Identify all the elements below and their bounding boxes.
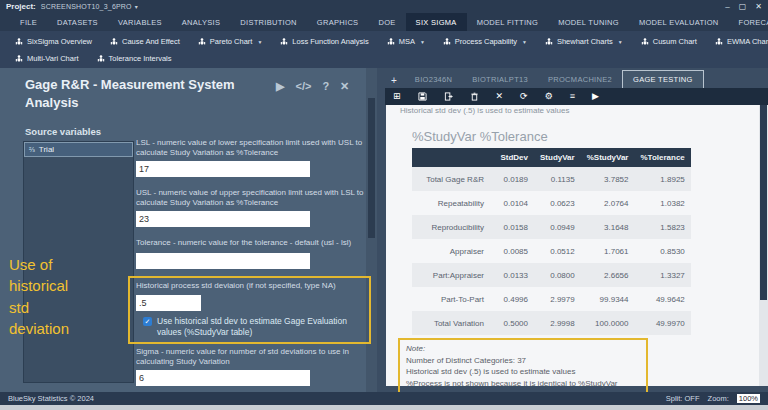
ribbon-item-cusum-chart[interactable]: Cusum Chart xyxy=(632,37,706,46)
menu-item-doe[interactable]: DOE xyxy=(368,13,405,31)
output-tab-bio2346n[interactable]: BIO2346N xyxy=(405,71,462,88)
dialog-scrollbar-thumb[interactable] xyxy=(368,98,375,238)
menu-item-model-fitting[interactable]: MODEL FITTING xyxy=(467,13,549,31)
ribbon-item-pareto-chart[interactable]: Pareto Chart▼ xyxy=(189,37,271,46)
new-output-icon[interactable]: ⊞ xyxy=(393,92,401,101)
row-value: 2.6656 xyxy=(581,263,635,287)
ribbon-item-msa[interactable]: MSA▼ xyxy=(378,37,434,46)
row-value: 1.8925 xyxy=(634,167,690,191)
menu-item-variables[interactable]: VARIABLES xyxy=(108,13,172,31)
menu-item-model-tuning[interactable]: MODEL TUNING xyxy=(548,13,629,31)
menu-item-graphics[interactable]: GRAPHICS xyxy=(307,13,369,31)
save-icon[interactable] xyxy=(418,92,427,101)
tolerance-label: Tolerance - numeric value for the tolera… xyxy=(136,238,366,248)
run-icon[interactable]: ▶ xyxy=(276,80,284,93)
ribbon-item-cause-and-effect[interactable]: Cause And Effect xyxy=(101,37,189,46)
project-name[interactable]: SCREENSHOT10_3_6PRO xyxy=(41,3,132,10)
row-value: 49.9642 xyxy=(634,287,690,311)
project-dropdown-caret[interactable]: ▾ xyxy=(135,3,138,10)
list-icon[interactable]: ≡ xyxy=(570,92,575,101)
ribbon-item-tolerance-intervals[interactable]: Tolerance Intervals xyxy=(88,54,181,63)
row-value: 1.5823 xyxy=(634,215,690,239)
zoom-label: Zoom: xyxy=(708,394,729,403)
variable-name: Trial xyxy=(39,145,54,154)
ribbon-item-label: Shewhart Charts xyxy=(557,37,613,46)
row-label: Reproducibility xyxy=(412,215,490,239)
table-column-header: %StudyVar xyxy=(581,148,635,167)
table-row: Part-To-Part0.49962.997999.934449.9642 xyxy=(412,287,691,311)
help-icon[interactable]: ? xyxy=(322,80,329,93)
dialog-header-icons: ▶ </> ? ✕ xyxy=(276,80,349,93)
table-row: Part:Appraiser0.01330.08002.66561.3327 xyxy=(412,263,691,287)
usl-input[interactable] xyxy=(136,211,310,227)
sigma-input[interactable] xyxy=(136,370,310,386)
new-tab-icon[interactable]: + xyxy=(385,75,405,88)
ribbon-item-label: MSA xyxy=(399,37,415,46)
ribbon-item-shewhart-charts[interactable]: Shewhart Charts▼ xyxy=(536,37,632,46)
run-icon[interactable]: ▶ xyxy=(592,92,599,101)
historical-std-dev-input[interactable] xyxy=(136,295,201,311)
row-value: 0.0512 xyxy=(534,239,581,263)
note-title: Note: xyxy=(406,343,640,355)
statusbar-right: Split: OFF Zoom: 100% xyxy=(666,394,760,403)
delete-icon[interactable] xyxy=(470,92,479,101)
output-tab-biotrialpt13[interactable]: BIOTRIALPT13 xyxy=(462,71,538,88)
menu-item-datasets[interactable]: DATASETS xyxy=(47,13,108,31)
zoom-value[interactable]: 100% xyxy=(737,394,760,403)
menu-item-model-evaluation[interactable]: MODEL EVALUATION xyxy=(629,13,729,31)
export-icon[interactable] xyxy=(444,92,453,101)
split-status[interactable]: Split: OFF xyxy=(666,394,700,403)
menu-item-analysis[interactable]: ANALYSIS xyxy=(172,13,231,31)
menu-item-six-sigma[interactable]: SIX SIGMA xyxy=(406,13,467,31)
page-bottom-edge xyxy=(0,405,768,410)
use-historical-checkbox-label: Use historical std dev to estimate Gage … xyxy=(157,316,363,338)
code-icon[interactable]: </> xyxy=(295,80,311,93)
note-box: Note: Number of Distinct Categories: 37H… xyxy=(398,338,648,394)
row-value: 0.0949 xyxy=(534,215,581,239)
settings-icon[interactable]: ⚙ xyxy=(545,92,553,101)
close-icon[interactable]: ✕ xyxy=(755,2,762,11)
ribbon-item-label: EWMA Chart xyxy=(727,37,768,46)
output-scrollbar-thumb[interactable] xyxy=(760,105,767,300)
six-sigma-ribbon: SixSigma OverviewCause And EffectPareto … xyxy=(0,31,768,68)
usl-label: USL - numeric value of upper specificati… xyxy=(136,188,366,209)
close-dialog-icon[interactable]: ✕ xyxy=(340,80,349,93)
project-label: Project: xyxy=(6,2,36,11)
ribbon-item-ewma-chart[interactable]: EWMA Chart xyxy=(706,37,768,46)
ribbon-item-process-capability[interactable]: Process Capability▼ xyxy=(434,37,536,46)
chart-tool-icon xyxy=(641,38,649,46)
ribbon-item-multi-vari-chart[interactable]: Multi-Vari Chart xyxy=(6,54,88,63)
output-tab-procmachine2[interactable]: PROCMACHINE2 xyxy=(538,71,622,88)
row-value: 0.0623 xyxy=(534,191,581,215)
table-row: Repeatability0.01040.06232.07641.0382 xyxy=(412,191,691,215)
window-controls: – ▢ ✕ xyxy=(725,2,762,11)
ribbon-item-label: Tolerance Intervals xyxy=(109,54,172,63)
output-scrollbar[interactable] xyxy=(759,105,768,386)
row-label: Appraiser xyxy=(412,239,490,263)
chart-tool-icon xyxy=(545,38,553,46)
variable-item-trial[interactable]: ⅔ Trial xyxy=(24,142,133,157)
minimize-icon[interactable]: – xyxy=(725,2,729,11)
chart-tool-icon xyxy=(97,55,105,63)
source-variables-label: Source variables xyxy=(25,126,101,137)
output-tab-gage-testing[interactable]: GAGE TESTING xyxy=(622,70,704,88)
checkbox-checked-icon[interactable]: ✓ xyxy=(143,317,152,326)
close-icon[interactable]: ✕ xyxy=(496,92,504,101)
refresh-icon[interactable]: ⟳ xyxy=(520,92,528,101)
row-value: 2.0764 xyxy=(581,191,635,215)
ribbon-item-label: Cusum Chart xyxy=(653,37,697,46)
menu-item-file[interactable]: FILE xyxy=(10,13,47,31)
use-historical-checkbox-row[interactable]: ✓ Use historical std dev to estimate Gag… xyxy=(143,316,363,338)
menu-item-distribution[interactable]: DISTRIBUTION xyxy=(230,13,307,31)
historical-std-dev-label: Historical process std deviaion (if not … xyxy=(136,281,366,291)
ribbon-item-sixsigma-overview[interactable]: SixSigma Overview xyxy=(6,37,101,46)
ribbon-row-1: SixSigma OverviewCause And EffectPareto … xyxy=(6,33,768,50)
tolerance-input[interactable] xyxy=(136,253,310,269)
lsl-input[interactable] xyxy=(136,161,310,177)
maximize-icon[interactable]: ▢ xyxy=(739,2,747,11)
output-toolbar: ⊞✕⟳⚙≡▶ xyxy=(385,88,768,105)
row-value: 1.3327 xyxy=(634,263,690,287)
menu-item-forecasting[interactable]: FORECASTING xyxy=(729,13,768,31)
dialog-scrollbar[interactable] xyxy=(366,68,377,392)
ribbon-item-loss-function-analysis[interactable]: Loss Function Analysis xyxy=(271,37,377,46)
